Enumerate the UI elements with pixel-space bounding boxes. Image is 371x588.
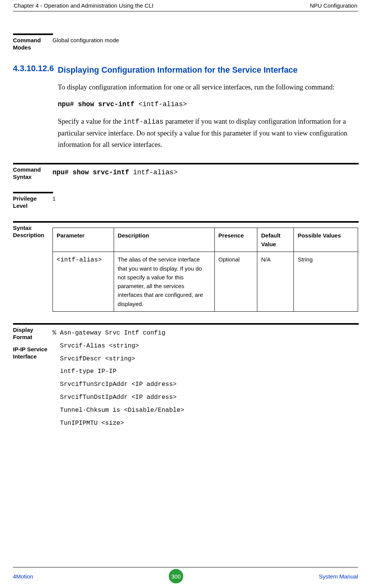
display-format-line: SrvcifTunDstIpAddr <IP address>: [52, 391, 358, 404]
footer-left: 4Motion: [13, 573, 33, 580]
display-format-label-col: Display Format IP-IP Service Interface: [13, 327, 52, 360]
cmd-arg: <intf-alias>: [138, 100, 187, 108]
command-syntax-label: Command Syntax: [13, 166, 52, 181]
syntax-description-label: Syntax Description: [13, 225, 52, 239]
td-default-value: N/A: [257, 252, 293, 312]
para2-pre: Specify a value for the: [58, 118, 123, 125]
section-title: Displaying Configuration Information for…: [58, 64, 358, 77]
td-parameter: <intf-alias>: [53, 252, 114, 312]
privilege-level-value: 1: [52, 195, 358, 202]
table-header-row: Parameter Description Presence Default V…: [53, 228, 358, 252]
command-modes-section: Command Modes Global configuration mode: [13, 33, 358, 51]
rule: [13, 163, 359, 165]
th-description: Description: [114, 228, 214, 252]
display-format-line: intf-type IP-IP: [52, 365, 358, 378]
syntax-table: Parameter Description Presence Default V…: [52, 228, 358, 312]
section-4-3-10-12-6: 4.3.10.12.6 Displaying Configuration Inf…: [13, 63, 358, 156]
command-syntax-bold: npu# show srvc-intf: [52, 169, 133, 176]
td-description: The alias of the service interface that …: [114, 252, 214, 312]
command-modes-label: Command Modes: [13, 37, 52, 51]
rule: [13, 221, 359, 223]
header-left: Chapter 4 - Operation and Administration…: [14, 2, 154, 9]
command-syntax-value: npu# show srvc-intf intf-alias>: [52, 166, 358, 178]
command-syntax-rest: intf-alias>: [133, 169, 178, 176]
command-syntax-section: Command Syntax npu# show srvc-intf intf-…: [13, 163, 358, 181]
privilege-level-section: Privilege Level 1: [13, 192, 358, 210]
rule: [13, 323, 359, 325]
section-command-line: npu# show srvc-intf <intf-alias>: [58, 98, 358, 110]
section-para-1: To display configuration information for…: [58, 81, 358, 93]
rule: [13, 192, 53, 194]
display-format-section: Display Format IP-IP Service Interface %…: [13, 323, 358, 430]
rule: [13, 33, 53, 35]
th-possible-values: Possible Values: [294, 228, 358, 252]
cmd-bold: npu# show srvc-intf: [58, 100, 138, 108]
section-para-2: Specify a value for the intf-alias param…: [58, 116, 358, 151]
td-possible-values: String: [294, 252, 358, 312]
display-format-label: Display Format: [13, 327, 50, 341]
th-default-value: Default Value: [257, 228, 293, 252]
display-format-line: TunIPIPMTU <size>: [52, 417, 358, 430]
display-format-line: Srvcif-Alias <string>: [52, 339, 358, 352]
command-modes-value: Global configuration mode: [52, 37, 358, 44]
syntax-description-section: Syntax Description Parameter: [13, 221, 358, 312]
th-presence: Presence: [214, 228, 257, 252]
display-format-line: SrvcifDescr <string>: [52, 352, 358, 365]
display-format-line: SrvcifTunSrcIpAddr <IP address>: [52, 378, 358, 391]
display-format-sublabel: IP-IP Service Interface: [13, 346, 50, 360]
display-format-line: % Asn-gateway Srvc Intf config: [52, 327, 358, 339]
td-presence: Optional: [214, 252, 257, 312]
page-footer: 4Motion 300 System Manual: [13, 567, 358, 583]
para2-mono: intf-alias: [123, 118, 163, 126]
header-right: NPU Configuration: [310, 2, 357, 9]
page-number-badge: 300: [169, 569, 183, 583]
page-header: Chapter 4 - Operation and Administration…: [13, 2, 358, 11]
footer-right: System Manual: [319, 573, 358, 580]
display-format-line: Tunnel-Chksum is <Disable/Enable>: [52, 404, 358, 417]
section-number: 4.3.10.12.6: [13, 63, 58, 74]
th-parameter: Parameter: [53, 228, 114, 252]
privilege-level-label: Privilege Level: [13, 195, 52, 210]
table-row: <intf-alias> The alias of the service in…: [53, 252, 358, 312]
